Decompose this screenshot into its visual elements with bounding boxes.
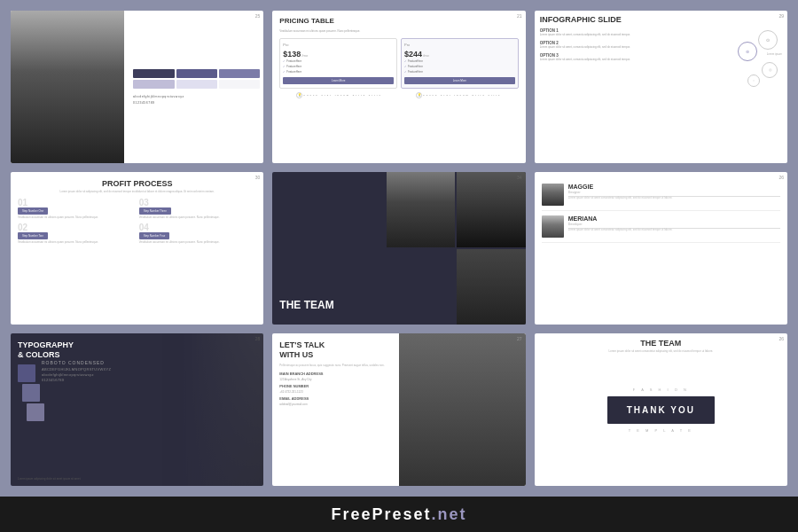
color-sq-2 — [22, 384, 40, 402]
email-label: EMAIL ADDRESS — [279, 396, 392, 401]
maggie-desc: Lorem ipsum dolor sit amet consectetur a… — [568, 197, 780, 200]
step-2-num: 02 — [18, 223, 136, 232]
step-3: 03 Step Number Three Vestibulum accumsan… — [139, 199, 257, 220]
price-amount-1: $138 /mo — [283, 50, 394, 59]
slide-5-number: 34 — [517, 175, 522, 180]
letters-top: F A S H I O N — [633, 387, 689, 392]
team-photos-grid — [387, 172, 526, 325]
slide-1: 25 abcdefghijklmnopqrstuvwxyz 0123456789 — [11, 11, 263, 163]
person-photo-1 — [11, 11, 124, 163]
footer-right-text: Fusce erat ipsum drife sifis — [423, 94, 501, 97]
color-box-5 — [176, 80, 217, 89]
pricing-columns: Pro $138 /mo FeatureHere FeatureHere Fea… — [279, 38, 518, 89]
talk-desc: Pellentesque ac posuere lacus, quis sugg… — [279, 364, 392, 367]
typo-footer: Lorem ipsum adipiscing dolor sit amet ip… — [18, 477, 81, 481]
circle-1: ⊙ — [758, 30, 778, 50]
process-desc: Lorem ipsum dolor sit adipiscing elit, s… — [18, 190, 256, 193]
process-grid: 01 Step Number One Vestibulum accumsan m… — [18, 199, 256, 245]
color-box-2 — [176, 69, 217, 78]
pricing-col-2: Pro $244 /mo FeatureHere FeatureHere Fea… — [401, 38, 519, 89]
slide-8: 27 LET'S TALKWITH US Pellentesque ac pos… — [272, 333, 525, 486]
pricing-btn-2[interactable]: Learn More — [404, 77, 515, 84]
pricing-btn-1[interactable]: Learn More — [283, 77, 394, 84]
footer-icon-right: 💡 Fusce erat ipsum drife sifis — [416, 92, 501, 98]
step-4-num: 04 — [139, 223, 257, 232]
pricing-col-1: Pro $138 /mo FeatureHere FeatureHere Fea… — [279, 38, 397, 89]
option-3-label: OPTION 3 — [540, 53, 730, 58]
slide-4-number: 30 — [255, 175, 261, 180]
step-1-num: 01 — [18, 199, 136, 207]
option-1: OPTION 1 Lorem ipsum dolor sit amet, con… — [540, 28, 730, 37]
phone-value: +62 4722-321-1123 — [279, 390, 392, 394]
footer-url: .net — [432, 505, 467, 524]
pricing-title: PRICING TABLE — [279, 18, 518, 26]
numbers-typo: 0123456789 — [42, 378, 256, 383]
pricing-footer-icons: 💡 Fusce erat ipsum drife sifis 💡 Fusce e… — [279, 92, 518, 98]
color-sq-1 — [18, 364, 35, 382]
footer-bar: FreePreset .net — [0, 497, 798, 532]
slide-6: 26 MAGGIE Designer Lorem ipsum dolor sit… — [535, 172, 787, 325]
meriana-name: MERIANA — [568, 215, 780, 222]
color-box-3 — [219, 69, 260, 78]
step-1-btn[interactable]: Step Number One — [18, 207, 48, 215]
slide-8-left: LET'S TALKWITH US Pellentesque ac posuer… — [272, 333, 399, 486]
team-photo-3 — [387, 249, 455, 325]
maggie-role: Designer — [568, 191, 780, 194]
slide-5: 34 THE TEAM — [272, 172, 525, 325]
slide-7: 28 TYPOGRAPHY& COLORS ROBOTO CONDENSED A… — [11, 333, 263, 486]
option-3-text: Lorem ipsum dolor sit amet, consectu adi… — [540, 59, 730, 62]
color-sq-3 — [27, 403, 44, 421]
maggie-photo — [542, 184, 564, 206]
slide-3: 29 INFOGRAPHIC SLIDE OPTION 1 Lorem ipsu… — [535, 11, 787, 163]
letters-bottom: T E M P L A T E — [629, 428, 693, 433]
talk-title: LET'S TALKWITH US — [279, 340, 392, 360]
color-box-4 — [133, 80, 174, 89]
slides-grid: 25 abcdefghijklmnopqrstuvwxyz 0123456789… — [0, 0, 798, 497]
pricing-desc: Vestibulum accumsan mi ultrices quam pos… — [279, 29, 518, 33]
circle-4: ○ — [747, 74, 760, 87]
option-2-text: Lorem ipsum dolor sit amet, consectu adi… — [540, 46, 730, 50]
bg-woman — [162, 333, 263, 486]
color-box-6 — [219, 80, 260, 89]
thank-you-overlay: F A S H I O N THANK YOU T E M P L A T E — [535, 333, 787, 486]
team-photo-1 — [387, 172, 455, 247]
footer-brand: FreePreset — [331, 505, 431, 524]
slide-2: 21 PRICING TABLE Vestibulum accumsan mi … — [272, 11, 525, 163]
the-team-title: THE TEAM — [279, 299, 333, 311]
step-3-btn[interactable]: Step Number Three — [139, 207, 171, 215]
team-photo-4 — [457, 249, 525, 325]
step-4-btn[interactable]: Step Number Four — [139, 232, 170, 239]
bulb-icon-2: 💡 — [416, 92, 422, 98]
slide-9: 26 THE TEAM Lorem ipsum dolor sit amet c… — [535, 333, 787, 486]
step-4-desc: Vestibulum accumsan mi ultrices quam pos… — [139, 241, 257, 245]
option-2: OPTION 2 Lorem ipsum dolor sit amet, con… — [540, 41, 730, 50]
slide-8-number: 27 — [517, 336, 522, 341]
team-photo-2 — [457, 172, 525, 247]
price-tier-2: Pro — [404, 43, 515, 47]
slide-2-number: 21 — [517, 13, 522, 19]
step-3-num: 03 — [139, 199, 257, 207]
thank-box: THANK YOU — [607, 396, 715, 424]
numbers-display: 0123456789 — [133, 101, 260, 105]
slide-6-number: 26 — [778, 175, 784, 180]
phone-label: PHONE NUMBER — [279, 384, 392, 388]
circle-2: ⊛ — [738, 42, 757, 61]
bulb-icon: 💡 — [296, 92, 302, 98]
address-value: 123 Anywhere St., Any City — [279, 378, 392, 381]
email-value: addmail@yourmail.com — [279, 403, 392, 406]
step-2-btn[interactable]: Step Number Two — [18, 232, 48, 239]
circle-3: ◎ — [762, 62, 778, 78]
infographic-title: INFOGRAPHIC SLIDE — [540, 16, 782, 25]
meriana-desc: Lorem ipsum dolor sit amet consectetur a… — [568, 229, 780, 232]
infographic-content: OPTION 1 Lorem ipsum dolor sit amet, con… — [540, 28, 782, 99]
slide-8-photo — [399, 333, 526, 486]
step-1: 01 Step Number One Vestibulum accumsan m… — [18, 199, 136, 220]
color-grid — [133, 69, 260, 89]
footer-left-text: Fusce erat ipsum drife sifis — [303, 94, 381, 97]
feature-2-3: FeatureHere — [404, 69, 515, 74]
color-box-1 — [133, 69, 174, 78]
font-name: ROBOTO CONDENSED — [42, 360, 256, 365]
typo-content: ROBOTO CONDENSED ABCDEFGHIJKLMNOPQRSTUVW… — [42, 360, 256, 383]
process-title: PROFIT PROCESS — [18, 179, 256, 188]
step-4: 04 Step Number Four Vestibulum accumsan … — [139, 223, 257, 245]
